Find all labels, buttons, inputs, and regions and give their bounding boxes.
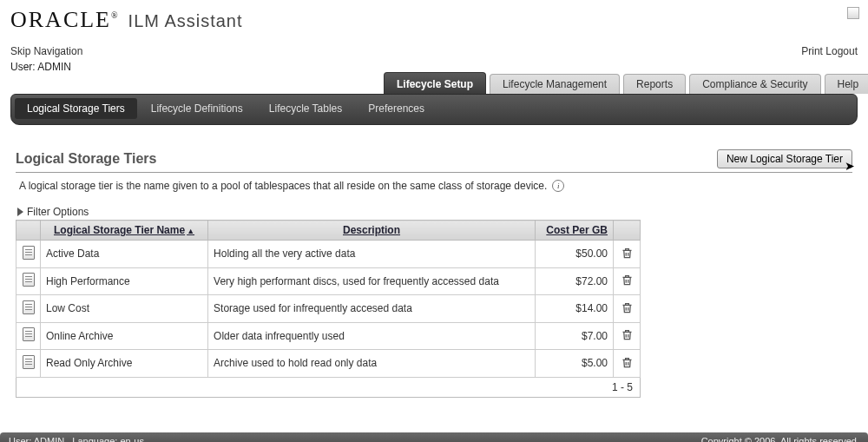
subtab-lifecycle-definitions[interactable]: Lifecycle Definitions (139, 98, 255, 119)
cell-description: Archive used to hold read only data (208, 350, 536, 378)
info-icon[interactable]: i (552, 180, 564, 192)
app-title: ILM Assistant (128, 11, 243, 31)
table-row: Active DataHolding all the very active d… (16, 241, 641, 268)
filter-options-toggle[interactable]: Filter Options (17, 206, 852, 218)
col-desc-label: Description (343, 224, 400, 236)
col-delete (614, 221, 641, 241)
footer-user-value: ADMIN (34, 436, 64, 443)
new-logical-storage-tier-button[interactable]: New Logical Storage Tier ➤ (717, 149, 852, 168)
button-label: New Logical Storage Tier (727, 153, 843, 165)
skip-navigation-link[interactable]: Skip Navigation (10, 45, 82, 57)
cell-name: High Performance (41, 267, 208, 295)
section-description: A logical storage tier is the name given… (19, 180, 547, 192)
cell-cost: $14.00 (536, 295, 614, 323)
footer-left: User: ADMIN Language: en-us (9, 436, 144, 443)
col-edit (16, 221, 41, 241)
delete-row-icon[interactable] (619, 245, 635, 261)
cell-description: Storage used for infrequently accesed da… (208, 295, 536, 323)
tab-label: Help (838, 78, 859, 90)
tab-label: Reports (636, 78, 673, 90)
registered-mark: ® (111, 10, 120, 20)
cell-name: Low Cost (41, 295, 208, 323)
cell-cost: $72.00 (536, 267, 614, 295)
delete-row-icon[interactable] (619, 327, 635, 343)
subtab-logical-storage-tiers[interactable]: Logical Storage Tiers (15, 98, 137, 119)
tab-compliance-security[interactable]: Compliance & Security (689, 74, 820, 94)
subtab-label: Lifecycle Tables (269, 102, 343, 115)
window-corner-icon (847, 7, 859, 19)
cell-name: Active Data (41, 241, 208, 268)
edit-row-icon[interactable] (23, 273, 35, 287)
tab-help[interactable]: Help (825, 74, 868, 94)
cursor-icon: ➤ (845, 159, 855, 173)
section-description-row: A logical storage tier is the name given… (19, 180, 852, 192)
tab-reports[interactable]: Reports (623, 74, 686, 94)
print-logout-link[interactable]: Print Logout (801, 45, 858, 57)
cell-description: Very high performant discs, used for fre… (208, 267, 536, 295)
cell-cost: $5.00 (536, 350, 614, 378)
storage-tiers-table: Logical Storage Tier Name▲ Description C… (16, 220, 641, 378)
subtab-preferences[interactable]: Preferences (356, 98, 437, 119)
cell-name: Read Only Archive (41, 350, 208, 378)
subtab-lifecycle-tables[interactable]: Lifecycle Tables (257, 98, 355, 119)
footer-lang-value: en-us (120, 436, 144, 443)
section-title: Logical Storage Tiers (16, 151, 156, 167)
col-cost-label: Cost Per GB (546, 224, 608, 236)
delete-row-icon[interactable] (619, 354, 635, 370)
table-row: Read Only ArchiveArchive used to hold re… (16, 350, 641, 378)
delete-row-icon[interactable] (619, 273, 635, 288)
table-row: Online ArchiveOlder data infrequently us… (16, 322, 641, 350)
col-name-label: Logical Storage Tier Name (54, 224, 185, 236)
footer-copyright: Copyright © 2006, All rights reserved. (701, 436, 859, 443)
table-row: Low CostStorage used for infrequently ac… (16, 295, 641, 323)
tab-label: Lifecycle Management (503, 78, 607, 90)
subtab-bar: Logical Storage Tiers Lifecycle Definiti… (10, 94, 858, 125)
footer-user-label: User: (9, 436, 31, 443)
cell-name: Online Archive (41, 322, 208, 350)
tab-lifecycle-management[interactable]: Lifecycle Management (490, 74, 620, 94)
col-name[interactable]: Logical Storage Tier Name▲ (41, 221, 208, 241)
oracle-logo: ORACLE® (10, 7, 120, 33)
brand-row: ORACLE® ILM Assistant (10, 7, 858, 33)
footer-lang-label: Language: (72, 436, 117, 443)
edit-row-icon[interactable] (23, 300, 35, 314)
edit-row-icon[interactable] (23, 246, 35, 260)
tab-lifecycle-setup[interactable]: Lifecycle Setup (384, 72, 486, 94)
tab-label: Compliance & Security (702, 78, 807, 90)
col-cost[interactable]: Cost Per GB (536, 221, 614, 241)
row-range: 1 - 5 (16, 378, 641, 398)
cell-cost: $50.00 (536, 241, 614, 268)
sort-asc-icon: ▲ (187, 227, 194, 235)
footer-bar: User: ADMIN Language: en-us Copyright © … (0, 432, 868, 443)
delete-row-icon[interactable] (619, 300, 635, 315)
col-description[interactable]: Description (208, 221, 536, 241)
cell-description: Older data infrequently used (208, 322, 536, 350)
filter-label: Filter Options (27, 206, 89, 218)
subtab-label: Logical Storage Tiers (27, 102, 125, 115)
brand-text: ORACLE (10, 7, 111, 32)
table-row: High PerformanceVery high performant dis… (16, 267, 641, 295)
subtab-label: Preferences (368, 102, 424, 115)
cell-description: Holding all the very active data (208, 241, 536, 268)
triangle-right-icon (17, 208, 23, 216)
edit-row-icon[interactable] (23, 355, 35, 369)
tab-label: Lifecycle Setup (397, 78, 473, 90)
edit-row-icon[interactable] (23, 327, 35, 341)
cell-cost: $7.00 (536, 322, 614, 350)
subtab-label: Lifecycle Definitions (151, 102, 243, 115)
primary-tabs: Lifecycle Setup Lifecycle Management Rep… (10, 71, 858, 94)
